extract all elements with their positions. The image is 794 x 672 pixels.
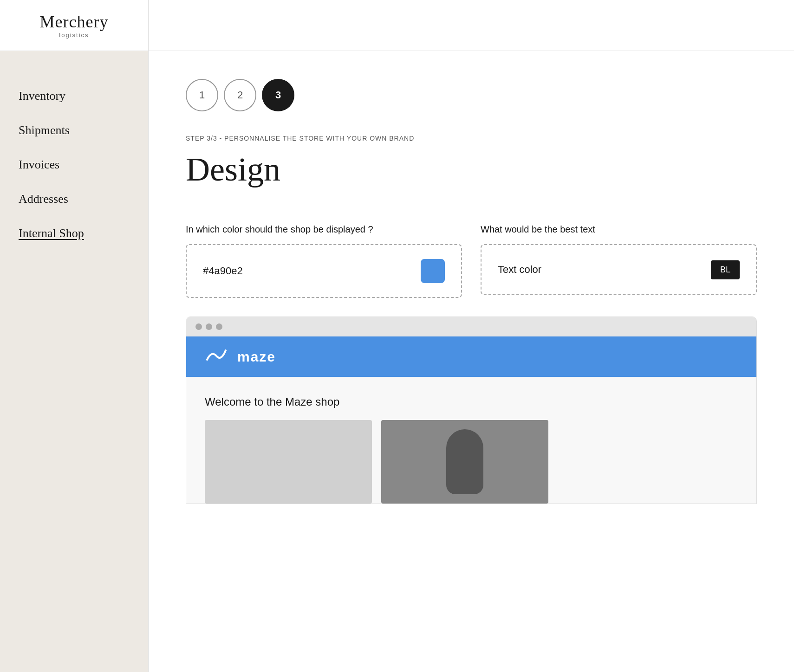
- step-2[interactable]: 2: [224, 79, 256, 111]
- preview-titlebar: [186, 317, 756, 336]
- preview-logo-icon: [205, 347, 228, 367]
- step-indicators: 1 2 3: [186, 79, 757, 111]
- main-layout: Inventory Shipments Invoices Addresses I…: [0, 51, 794, 672]
- color-hex-value: #4a90e2: [203, 265, 243, 277]
- bg-color-block: In which color should the shop be displa…: [186, 224, 462, 298]
- sidebar-item-invoices[interactable]: Invoices: [0, 148, 148, 182]
- person-silhouette: [446, 429, 483, 494]
- sidebar-item-addresses[interactable]: Addresses: [0, 182, 148, 216]
- preview-body: Welcome to the Maze shop: [186, 377, 756, 504]
- logo-main: Merchery: [40, 12, 109, 32]
- preview-welcome: Welcome to the Maze shop: [205, 395, 738, 408]
- preview-logo-text: maze: [237, 349, 276, 365]
- preview-image-1: [205, 420, 372, 504]
- main-content: 1 2 3 STEP 3/3 - PERSONNALISE THE STORE …: [149, 51, 794, 672]
- text-color-button[interactable]: BL: [711, 260, 740, 279]
- text-color-block: What would be the best text Text color B…: [481, 224, 757, 298]
- color-section: In which color should the shop be displa…: [186, 224, 757, 298]
- preview-images: [205, 420, 738, 504]
- sidebar-header: Merchery logistics: [0, 0, 149, 51]
- logo-sub: logistics: [59, 32, 89, 39]
- step-3[interactable]: 3: [262, 79, 294, 111]
- color-swatch[interactable]: [421, 259, 445, 283]
- step-subtitle: STEP 3/3 - PERSONNALISE THE STORE WITH Y…: [186, 135, 757, 142]
- preview-header-bar: maze: [186, 336, 756, 377]
- color-input-box[interactable]: #4a90e2: [186, 244, 462, 298]
- titlebar-dot-2: [206, 323, 212, 330]
- color-question: In which color should the shop be displa…: [186, 224, 462, 235]
- sidebar-item-internal-shop[interactable]: Internal Shop: [0, 216, 148, 251]
- sidebar-nav: Inventory Shipments Invoices Addresses I…: [0, 79, 148, 251]
- logo: Merchery logistics: [40, 12, 109, 39]
- page-title: Design: [186, 150, 757, 189]
- titlebar-dot-3: [216, 323, 222, 330]
- divider: [186, 203, 757, 203]
- step-1[interactable]: 1: [186, 79, 218, 111]
- text-color-input-box[interactable]: Text color BL: [481, 244, 757, 295]
- preview-window: maze Welcome to the Maze shop: [186, 317, 757, 504]
- titlebar-dot-1: [195, 323, 202, 330]
- app-header: Merchery logistics: [0, 0, 794, 51]
- sidebar-item-shipments[interactable]: Shipments: [0, 113, 148, 148]
- text-color-label: Text color: [498, 264, 711, 276]
- sidebar-item-inventory[interactable]: Inventory: [0, 79, 148, 113]
- text-color-question: What would be the best text: [481, 224, 757, 235]
- sidebar: Inventory Shipments Invoices Addresses I…: [0, 51, 149, 672]
- preview-image-2: [381, 420, 548, 504]
